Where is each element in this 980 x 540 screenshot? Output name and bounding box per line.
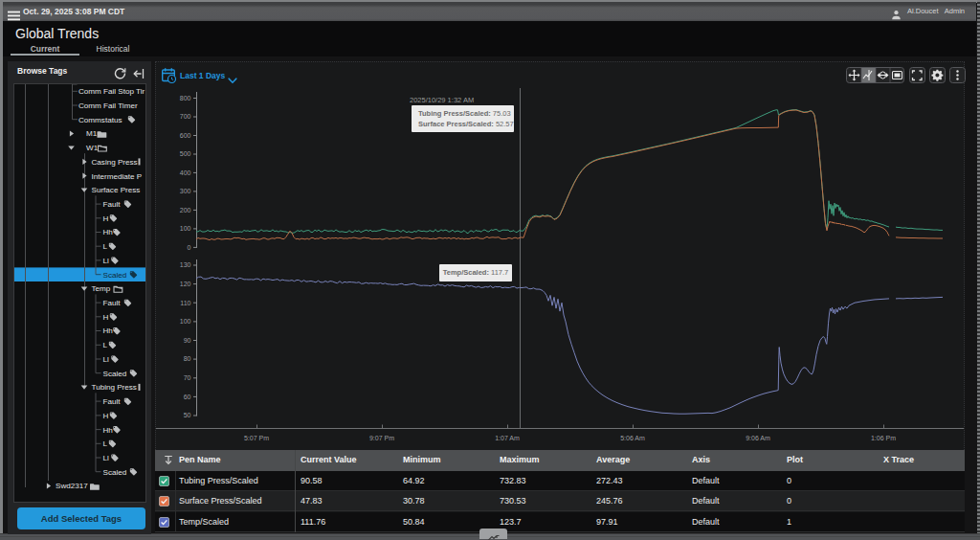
svg-text:Hh: Hh — [103, 326, 113, 335]
svg-text:H: H — [103, 412, 109, 420]
svg-text:Hh: Hh — [103, 426, 113, 435]
svg-text:Temp: Temp — [92, 284, 111, 293]
svg-text:Ll: Ll — [103, 355, 110, 364]
svg-text:120: 120 — [180, 281, 191, 287]
svg-text:Tubing Press: Tubing Press — [92, 383, 137, 392]
svg-text:Scaled: Scaled — [103, 468, 127, 477]
svg-text:60: 60 — [184, 394, 191, 400]
svg-text:Surface Press: Surface Press — [92, 186, 141, 194]
svg-text:300: 300 — [180, 188, 191, 194]
svg-text:Ll: Ll — [103, 454, 110, 462]
svg-text:110: 110 — [180, 300, 190, 306]
svg-text:L: L — [103, 242, 108, 251]
svg-text:H: H — [103, 313, 109, 322]
svg-text:5:07 Pm: 5:07 Pm — [244, 435, 269, 441]
svg-text:700: 700 — [180, 113, 191, 120]
svg-text:400: 400 — [180, 169, 191, 176]
svg-text:90: 90 — [184, 337, 191, 344]
svg-text:H: H — [103, 214, 109, 223]
svg-text:1:06 Pm: 1:06 Pm — [871, 435, 896, 441]
svg-text:Comm Fail Stop Tir: Comm Fail Stop Tir — [78, 87, 145, 96]
svg-text:Ll: Ll — [103, 257, 110, 265]
svg-text:Scaled: Scaled — [103, 271, 127, 280]
svg-text:200: 200 — [180, 207, 191, 214]
svg-text:Swd2317: Swd2317 — [56, 482, 88, 490]
svg-text:Comm Fail Timer: Comm Fail Timer — [78, 101, 138, 110]
svg-text:100: 100 — [180, 318, 191, 325]
svg-text:M1: M1 — [86, 129, 98, 138]
svg-text:80: 80 — [184, 355, 191, 362]
svg-text:Scaled: Scaled — [103, 370, 127, 378]
svg-text:50: 50 — [184, 412, 191, 418]
svg-text:Hh: Hh — [103, 228, 113, 236]
svg-text:130: 130 — [180, 261, 191, 268]
svg-text:100: 100 — [180, 225, 191, 232]
svg-text:Commstatus: Commstatus — [78, 116, 122, 124]
svg-text:600: 600 — [180, 132, 191, 139]
svg-text:9:07 Pm: 9:07 Pm — [369, 435, 394, 441]
svg-text:L: L — [103, 341, 108, 349]
svg-text:5:06 Am: 5:06 Am — [620, 435, 645, 441]
svg-text:9:06 Am: 9:06 Am — [746, 435, 770, 441]
svg-text:L: L — [103, 439, 108, 448]
svg-text:Casing Press: Casing Press — [92, 158, 138, 167]
svg-text:Fault: Fault — [103, 200, 122, 209]
svg-text:0: 0 — [188, 244, 191, 251]
svg-text:500: 500 — [180, 150, 191, 157]
svg-text:1:07 Am: 1:07 Am — [495, 435, 520, 441]
svg-text:70: 70 — [184, 374, 191, 381]
svg-text:800: 800 — [180, 95, 191, 101]
svg-text:W1: W1 — [86, 144, 99, 152]
svg-text:Intermediate P: Intermediate P — [92, 172, 143, 181]
svg-text:Fault: Fault — [103, 299, 122, 307]
svg-text:Fault: Fault — [103, 397, 122, 406]
